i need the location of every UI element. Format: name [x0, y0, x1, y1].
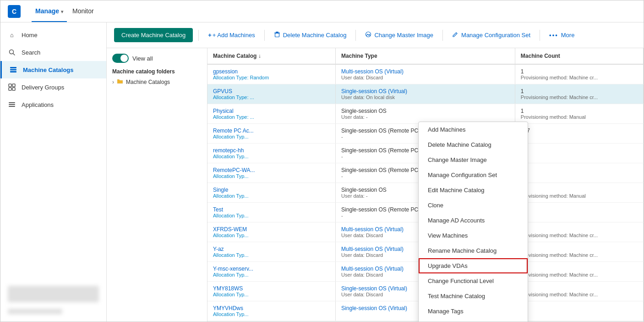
- cell-catalog-name: remotepc-hh Allocation Typ...: [207, 144, 335, 163]
- cell-machine-count: 1 -: [515, 163, 643, 183]
- toolbar: Create Machine Catalog + + Add Machines …: [107, 22, 644, 48]
- toolbar-separator-3: [355, 30, 356, 41]
- app-shell: C Manage ▾ Monitor ⌂ Home Search: [0, 0, 644, 322]
- context-menu-item-move-machine-catalog[interactable]: Move Machine Catalog: [419, 319, 528, 322]
- cell-catalog-name: RemotePC-WA... Allocation Typ...: [207, 163, 335, 183]
- chevron-right-icon: ›: [112, 79, 114, 85]
- chevron-down-icon: ▾: [61, 9, 63, 14]
- svg-rect-9: [9, 102, 15, 103]
- context-menu-item-manage-config-set[interactable]: Manage Configuration Set: [419, 167, 528, 183]
- context-menu-item-view-machines[interactable]: View Machines: [419, 228, 528, 243]
- svg-line-1: [13, 54, 15, 56]
- sort-icon: ↓: [258, 53, 261, 59]
- sidebar-item-home[interactable]: ⌂ Home: [0, 26, 106, 44]
- col-header-machine-type[interactable]: Machine Type: [336, 48, 515, 64]
- svg-rect-11: [9, 106, 15, 107]
- filter-panel: View all Machine catalog folders › Machi…: [107, 48, 207, 322]
- svg-rect-6: [12, 84, 15, 87]
- cell-catalog-name: Test Allocation Typ...: [207, 203, 335, 222]
- context-menu-item-add-machines[interactable]: Add Machines: [419, 122, 528, 137]
- svg-rect-10: [9, 104, 15, 105]
- col-header-machine-catalog[interactable]: Machine Catalog ↓: [207, 48, 335, 64]
- apps-icon: [8, 100, 16, 109]
- cell-machine-count: 17 Provisioning method: Manual: [515, 183, 643, 203]
- pencil-icon: [452, 31, 458, 39]
- svg-rect-5: [9, 84, 11, 87]
- table-row[interactable]: gpsession Allocation Type: Random Multi-…: [207, 64, 644, 84]
- context-menu: Add MachinesDelete Machine CatalogChange…: [418, 122, 528, 322]
- create-machine-catalog-button[interactable]: Create Machine Catalog: [114, 28, 193, 42]
- sidebar-item-machine-catalogs[interactable]: Machine Catalogs: [0, 61, 106, 78]
- col-sep-3: [643, 48, 644, 64]
- table-header-row: Machine Catalog ↓ Machine Type Machine C…: [207, 48, 644, 64]
- toggle-switch[interactable]: [112, 54, 129, 63]
- cell-catalog-name: Single Allocation Typ...: [207, 183, 335, 203]
- table-container: Machine Catalog ↓ Machine Type Machine C…: [207, 48, 644, 322]
- sidebar: ⌂ Home Search Machine Catalogs Delivery: [0, 22, 107, 322]
- folder-item-machine-catalogs[interactable]: › Machine Catalogs: [112, 77, 202, 87]
- delivery-icon: [8, 83, 16, 91]
- cell-catalog-name: Remote PC Ac... Allocation Typ...: [207, 124, 335, 144]
- context-menu-item-edit-machine-catalog[interactable]: Edit Machine Catalog: [419, 183, 528, 198]
- view-all-toggle[interactable]: View all: [112, 54, 202, 63]
- image-icon: [365, 31, 371, 39]
- folder-section-label: Machine catalog folders: [112, 68, 202, 75]
- svg-rect-4: [10, 71, 16, 72]
- cell-machine-type: Multi-session OS (Virtual) User data: Di…: [336, 64, 515, 84]
- cell-catalog-name: GPVUS Allocation Type: ...: [207, 84, 335, 104]
- folder-icon: [117, 78, 123, 85]
- top-nav: C Manage ▾ Monitor: [0, 0, 644, 22]
- col-header-machine-count[interactable]: Machine Count: [515, 48, 643, 64]
- sidebar-item-search[interactable]: Search: [0, 44, 106, 61]
- more-button[interactable]: ••• More: [546, 29, 578, 41]
- sidebar-item-applications[interactable]: Applications: [0, 96, 106, 113]
- home-icon: ⌂: [8, 31, 16, 39]
- context-menu-item-manage-ad-accounts[interactable]: Manage AD Accounts: [419, 213, 528, 228]
- table-row[interactable]: Physical Allocation Type: ... Single-ses…: [207, 104, 644, 124]
- context-menu-item-change-master-image[interactable]: Change Master Image: [419, 152, 528, 167]
- cell-machine-count: 1 Provisioning method: Machine cr...: [515, 64, 643, 84]
- cell-catalog-name: YMYVHDws Allocation Typ...: [207, 301, 335, 321]
- svg-rect-7: [9, 88, 11, 90]
- context-menu-item-manage-tags[interactable]: Manage Tags: [419, 304, 528, 319]
- plus-icon: +: [208, 32, 212, 39]
- context-menu-item-rename-machine-catalog[interactable]: Rename Machine Catalog: [419, 243, 528, 258]
- sidebar-footer: [0, 278, 106, 322]
- table-row[interactable]: GPVUS Allocation Type: ... Single-sessio…: [207, 84, 644, 104]
- add-machines-button[interactable]: + + Add Machines: [204, 29, 258, 41]
- app-logo: C: [8, 5, 21, 18]
- tab-manage[interactable]: Manage ▾: [32, 1, 67, 22]
- toolbar-separator-4: [442, 30, 443, 41]
- cell-machine-count: 1 -: [515, 144, 643, 163]
- toolbar-separator-1: [198, 30, 199, 41]
- context-menu-item-upgrade-vdas[interactable]: Upgrade VDAs: [419, 258, 528, 273]
- context-menu-item-clone[interactable]: Clone: [419, 198, 528, 213]
- user-detail-blurred: [8, 309, 62, 314]
- top-nav-tabs: Manage ▾ Monitor: [32, 1, 98, 22]
- delete-machine-catalog-button[interactable]: Delete Machine Catalog: [270, 28, 350, 42]
- cell-machine-count: 997 -: [515, 124, 643, 144]
- cell-machine-type: Single-session OS (Virtual) User data: O…: [336, 84, 515, 104]
- cell-catalog-name: Y-msc-xenserv... Allocation Typ...: [207, 262, 335, 282]
- tab-monitor[interactable]: Monitor: [69, 1, 98, 22]
- user-info-blurred: [8, 286, 99, 302]
- cell-catalog-name: XFRDS-WEM Allocation Typ...: [207, 222, 335, 242]
- content-area: Create Machine Catalog + + Add Machines …: [107, 22, 644, 322]
- cell-catalog-name: Physical Allocation Type: ...: [207, 104, 335, 124]
- cell-machine-count: 1 Provisioning method: Manual: [515, 104, 643, 124]
- manage-configuration-set-button[interactable]: Manage Configuration Set: [448, 28, 534, 42]
- context-menu-item-delete-catalog[interactable]: Delete Machine Catalog: [419, 137, 528, 152]
- cell-machine-count: 2 Provisioning method: Machine cr...: [515, 242, 643, 262]
- folder-section: Machine catalog folders › Machine Catalo…: [112, 68, 202, 87]
- cell-machine-count: 2 Provisioning method: Machine cr...: [515, 262, 643, 282]
- catalog-icon: [9, 66, 17, 74]
- svg-rect-2: [10, 67, 16, 68]
- svg-point-15: [366, 32, 371, 37]
- context-menu-item-test-machine-catalog[interactable]: Test Machine Catalog: [419, 289, 528, 304]
- sidebar-item-delivery-groups[interactable]: Delivery Groups: [0, 78, 106, 96]
- change-master-image-button[interactable]: Change Master Image: [361, 28, 437, 42]
- context-menu-item-change-functional-level[interactable]: Change Functional Level: [419, 273, 528, 289]
- cell-machine-count: 1 Provisioning method: Machine cr...: [515, 84, 643, 104]
- cell-machine-count: 1 -: [515, 203, 643, 222]
- svg-rect-8: [12, 88, 15, 90]
